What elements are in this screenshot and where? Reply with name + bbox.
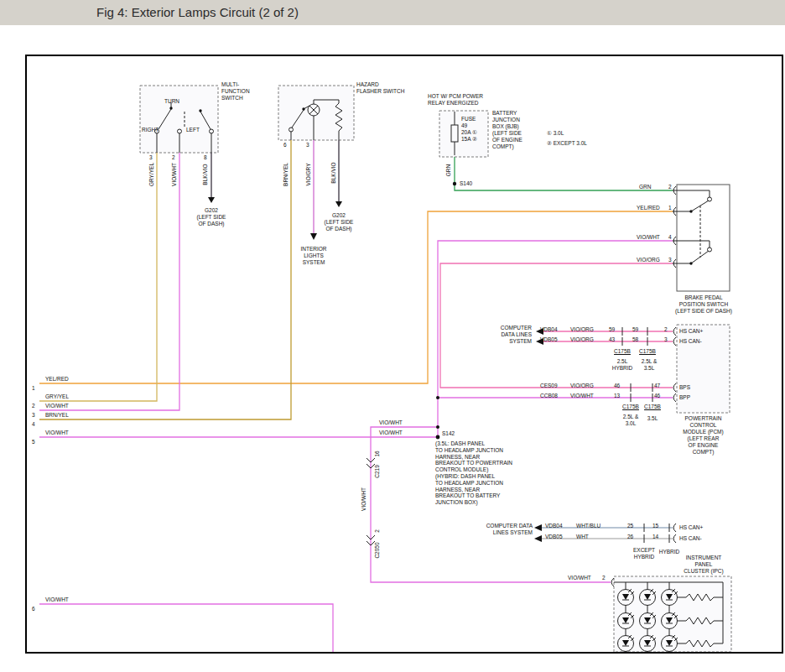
splice-s142-label: S142 <box>442 430 455 437</box>
splice-s140-label: S140 <box>460 180 472 187</box>
page: { "title": "Fig 4: Exterior Lamps Circui… <box>0 0 785 672</box>
bps-pin-4: 4 <box>668 234 672 241</box>
wire-label-blk-vio: BLK/VIO <box>202 164 209 185</box>
pcm-hs-can-plus: HS CAN+ <box>679 328 703 335</box>
can-arrow-icon <box>534 535 542 542</box>
mfs-label: MULTI- FUNCTION SWITCH <box>221 81 250 102</box>
wire-label-vio-wht-cluster: VIO/WHT <box>568 575 591 581</box>
can-arrow-icon <box>534 524 542 531</box>
hazard-pin-3: 3 <box>306 142 309 148</box>
connector-c219-pin: 16 <box>374 451 381 456</box>
connector-c175b-4: C175B <box>640 404 665 410</box>
wire-gry-yel <box>39 153 157 401</box>
wire-label-brn-yel: BRN/YEL <box>283 163 289 186</box>
pin-25: 25 <box>627 523 633 529</box>
color-wht: WHT <box>576 534 589 540</box>
hazard-pin-6: 6 <box>283 142 287 148</box>
wire-label-vio-wht-trunk: VIO/WHT <box>361 487 367 511</box>
note-except-3-0l: ② EXCEPT 3.0L <box>547 140 587 147</box>
pcm-hs-can-minus: HS CAN- <box>679 338 702 345</box>
ipc-hs-can-plus: HS CAN+ <box>679 524 703 531</box>
ground-g202-a: G202 (LEFT SIDE OF DASH) <box>186 207 237 227</box>
edge-pin-5: 5 <box>32 439 35 445</box>
pcm-pin-46: 46 <box>654 393 660 399</box>
connector-c219: C219 <box>374 465 381 478</box>
color-vio-org: VIO/ORG <box>570 326 594 333</box>
pin-58: 58 <box>632 336 638 343</box>
pcm-pin-2: 2 <box>664 326 668 333</box>
wire-brn-yel <box>39 140 291 419</box>
ipc-pin-2: 2 <box>602 575 606 581</box>
connector-c175b-1: C175B <box>610 348 635 355</box>
mfs-pin-3: 3 <box>149 154 153 161</box>
pin-43: 43 <box>609 336 615 343</box>
wire-blk-vio <box>211 140 339 201</box>
edge-pin-3: 3 <box>32 412 35 419</box>
splice-s142-dot <box>436 435 440 440</box>
circuit-vdb05: VDB05 <box>540 336 558 343</box>
pcm-bps: BPS <box>679 384 690 391</box>
connector-c2050-pin: 2 <box>374 529 381 533</box>
computer-data-lines-system-1: COMPUTER DATA LINES SYSTEM <box>480 325 532 345</box>
diagram-frame: MULTI- FUNCTION SWITCH TURN RIGHT LEFT 3… <box>25 55 783 654</box>
edge-wire-4: BRN/YEL <box>45 412 69 419</box>
circuit-vdb04: VDB04 <box>540 326 558 333</box>
mfs-pin-2: 2 <box>172 154 175 161</box>
wire-label-vio-gry: VIO/GRY <box>305 164 312 186</box>
mfs-right-label: RIGHT <box>142 127 159 133</box>
title-bar: Fig 4: Exterior Lamps Circuit (2 of 2) <box>0 0 785 25</box>
pin-59b: 59 <box>632 326 638 333</box>
connector-c2050: C2050 <box>374 542 381 558</box>
bps-pin-3: 3 <box>668 257 672 263</box>
hazard-label: HAZARD FLASHER SWITCH <box>356 81 404 95</box>
circuit-ccb08: CCB08 <box>540 393 558 399</box>
bps-pin-1: 1 <box>668 205 672 211</box>
edge-wire-5: VIO/WHT <box>45 430 69 436</box>
circuit-ces09: CES09 <box>540 383 558 389</box>
page-title: Fig 4: Exterior Lamps Circuit (2 of 2) <box>96 5 299 19</box>
color-vio-org-2: VIO/ORG <box>570 336 594 343</box>
splice-s142-note: (3.5L: DASH PANEL TO HEADLAMP JUNCTION H… <box>435 440 512 506</box>
bps-caption: BRAKE PEDAL POSITION SWITCH (LEFT SIDE O… <box>658 294 750 315</box>
edge-pin-6: 6 <box>32 606 35 612</box>
wire-yel-red <box>39 211 673 383</box>
color-vio-org-3: VIO/ORG <box>570 383 594 389</box>
mfs-pin-8: 8 <box>204 154 207 161</box>
pcm-pin-3: 3 <box>664 336 668 343</box>
pin-13: 13 <box>614 393 620 399</box>
pcm-caption: POWERTRAIN CONTROL MODULE (PCM) (LEFT RE… <box>663 415 743 456</box>
wire-label-grn: GRN <box>639 184 651 190</box>
mfs-turn-label: TURN <box>164 98 179 105</box>
ipc-caption: INSTRUMENT PANEL CLUSTER (IPC) <box>666 555 741 575</box>
circuit-vdb05-ipc: VDB05 <box>545 534 563 540</box>
bjb-label: BATTERY JUNCTION BOX (BJB) (LEFT SIDE OF… <box>492 110 522 150</box>
circuit-vdb04-ipc: VDB04 <box>545 523 563 529</box>
wire-label-vio-wht-b: VIO/WHT <box>379 430 403 436</box>
fuse-label: FUSE 49 20A ① 15A ② <box>461 116 477 143</box>
edge-wire-2: GRY/YEL <box>45 393 69 400</box>
ipc-pin-15: 15 <box>652 523 658 529</box>
splice-s140-dot <box>453 182 456 185</box>
pin-46: 46 <box>614 383 620 389</box>
brake-pedal-switch-box <box>677 185 730 291</box>
ground-icon <box>208 197 215 203</box>
edge-pin-4: 4 <box>32 421 35 428</box>
computer-data-lines-system-2: COMPUTER DATA LINES SYSTEM <box>461 523 533 536</box>
interior-lights-arrow-icon <box>310 233 317 240</box>
wire-label-vio-org-h: VIO/ORG <box>637 257 660 263</box>
wire-label-yel-red: YEL/RED <box>637 205 660 211</box>
ground-icon <box>335 201 342 207</box>
pcm-bpp: BPP <box>679 394 690 401</box>
wire-label-gry-yel: GRY/YEL <box>148 163 155 186</box>
ground-g202-b: G202 (LEFT SIDE OF DASH) <box>314 212 364 232</box>
ipc-pin-14: 14 <box>652 534 658 540</box>
bps-pin-2: 2 <box>668 184 672 190</box>
edge-pin-1: 1 <box>32 385 35 392</box>
edge-wire-6: VIO/WHT <box>45 596 69 603</box>
pin-59a: 59 <box>609 326 615 333</box>
variant-25l-35l: 2.5L & 3.5L <box>632 358 666 372</box>
pcm-pin-47: 47 <box>654 383 660 389</box>
edge-pin-2: 2 <box>32 403 35 409</box>
hot-feed-label: HOT W/ PCM POWER RELAY ENERGIZED <box>428 93 483 107</box>
wire-label-vio-wht-h: VIO/WHT <box>637 234 660 241</box>
